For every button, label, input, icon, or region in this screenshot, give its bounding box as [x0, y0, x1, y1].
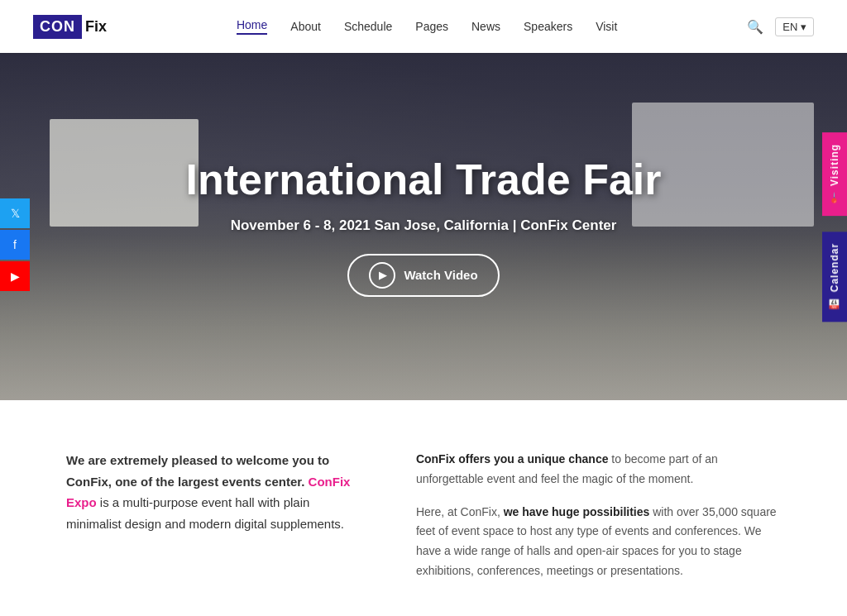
nav-home[interactable]: Home [237, 18, 267, 35]
right-para1: ConFix offers you a unique chance to bec… [416, 450, 781, 489]
hero-content: International Trade Fair November 6 - 8,… [169, 156, 677, 296]
watch-video-button[interactable]: ▶ Watch Video [347, 254, 499, 297]
logo-con: CON [33, 15, 82, 39]
nav-visit[interactable]: Visit [596, 20, 617, 33]
hero-title: International Trade Fair [185, 156, 661, 203]
visiting-tab-icon: 📍 [829, 191, 840, 204]
intro-rest: is a multi-purpose event hall with plain… [66, 495, 344, 531]
nav-speakers[interactable]: Speakers [524, 20, 572, 33]
language-selector[interactable]: EN ▾ [775, 17, 814, 36]
logo[interactable]: CON Fix [33, 15, 107, 39]
facebook-icon: f [13, 238, 17, 251]
watch-label: Watch Video [404, 268, 477, 282]
content-left: We are extremely pleased to welcome you … [66, 450, 366, 595]
social-sidebar: 𝕏 f ▶ [0, 198, 30, 293]
calendar-tab-label: Calendar [829, 243, 840, 292]
navbar: CON Fix Home About Schedule Pages News S… [0, 0, 847, 53]
right-bold2: we have huge possibilities [504, 505, 650, 518]
nav-about[interactable]: About [290, 20, 321, 33]
calendar-tab-icon: 📅 [829, 297, 840, 310]
visiting-tab[interactable]: 📍 Visiting [822, 132, 847, 216]
nav-right: 🔍 EN ▾ [747, 17, 814, 36]
logo-fix: Fix [82, 18, 107, 36]
twitter-button[interactable]: 𝕏 [0, 198, 30, 228]
intro-bold: We are extremely pleased to welcome you … [66, 453, 329, 489]
nav-links: Home About Schedule Pages News Speakers … [237, 18, 617, 35]
twitter-icon: 𝕏 [11, 207, 20, 220]
hero-subtitle: November 6 - 8, 2021 San Jose, Californi… [185, 217, 661, 234]
right-para2: Here, at ConFix, we have huge possibilit… [416, 503, 781, 581]
visiting-tab-label: Visiting [829, 144, 840, 186]
content-section: We are extremely pleased to welcome you … [0, 400, 847, 616]
play-icon: ▶ [369, 262, 395, 289]
search-button[interactable]: 🔍 [747, 19, 763, 35]
youtube-icon: ▶ [11, 270, 20, 283]
content-right: ConFix offers you a unique chance to bec… [416, 450, 781, 595]
nav-schedule[interactable]: Schedule [344, 20, 392, 33]
calendar-tab[interactable]: 📅 Calendar [822, 232, 847, 322]
facebook-button[interactable]: f [0, 230, 30, 260]
intro-text: We are extremely pleased to welcome you … [66, 450, 366, 534]
right-bold1: ConFix offers you a unique chance [416, 452, 609, 466]
nav-pages[interactable]: Pages [415, 20, 448, 33]
hero-section: International Trade Fair November 6 - 8,… [0, 53, 847, 400]
youtube-button[interactable]: ▶ [0, 261, 30, 291]
nav-news[interactable]: News [471, 20, 500, 33]
right-start2: Here, at ConFix, [416, 505, 504, 518]
